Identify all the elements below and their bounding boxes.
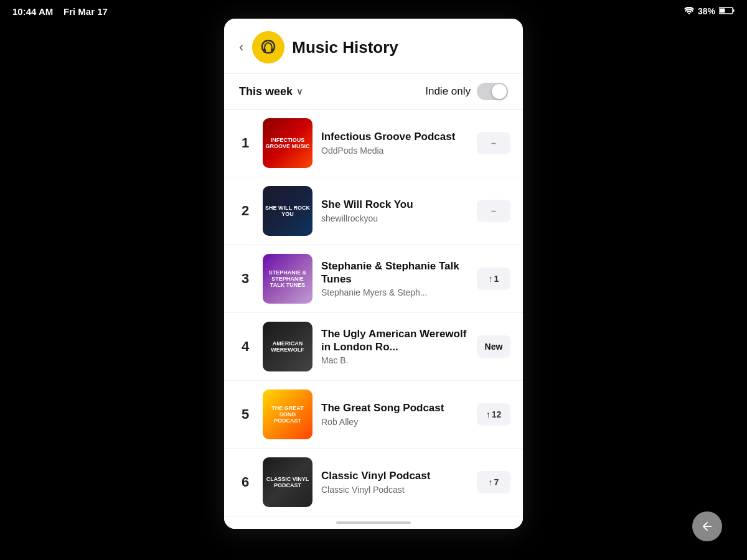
art-text: SHE WILL ROCK YOU [263,186,312,236]
podcast-author: Classic Vinyl Podcast [321,485,471,495]
podcast-name: Classic Vinyl Podcast [321,470,471,482]
podcast-name: She Will Rock You [321,198,471,211]
svg-rect-5 [271,49,273,53]
art-text: CLASSIC VINYL PODCAST [263,457,312,507]
rank-change-new: New [477,335,510,358]
podcast-name: Infectious Groove Podcast [321,131,471,143]
art-text: THE GREAT SONG PODCAST [263,390,312,439]
app-logo [252,31,284,63]
podcast-author: OddPods Media [321,146,471,156]
battery-icon [719,6,735,16]
rank-change: – [477,132,510,154]
list-item[interactable]: 4 AMERICAN WEREWOLF The Ugly American We… [224,313,523,381]
rank-change: – [477,200,510,222]
rank-change: ↑1 [477,268,510,290]
podcast-info: Infectious Groove Podcast OddPods Media [321,131,471,155]
period-selector[interactable]: This week ∨ [239,85,303,98]
list-item[interactable]: 6 CLASSIC VINYL PODCAST Classic Vinyl Po… [224,449,523,516]
podcast-info: Classic Vinyl Podcast Classic Vinyl Podc… [321,470,471,494]
rank-number: 2 [237,203,254,219]
art-text: AMERICAN WEREWOLF [263,322,312,371]
float-action-button[interactable] [692,511,722,541]
svg-rect-2 [733,9,735,12]
period-label: This week [239,85,293,98]
indie-toggle-container: Indie only [425,83,508,100]
page-title: Music History [292,38,398,57]
list-item[interactable]: 5 THE GREAT SONG PODCAST The Great Song … [224,381,523,449]
art-text: INFECTIOUS GROOVE MUSIC [263,118,312,168]
rank-number: 4 [237,338,254,355]
podcast-art: SHE WILL ROCK YOU [263,186,312,236]
podcast-art: THE GREAT SONG PODCAST [263,390,312,439]
list-item[interactable]: 1 INFECTIOUS GROOVE MUSIC Infectious Gro… [224,110,523,177]
status-date: Fri Mar 17 [63,6,108,17]
main-card: ‹ Music History This week ∨ Indie only 1 [224,19,523,529]
rank-change: ↑7 [477,471,510,493]
podcast-author: shewillrockyou [321,213,471,223]
indie-label: Indie only [425,85,471,98]
podcast-author: Mac B. [321,355,471,365]
rank-number: 1 [237,135,254,151]
podcast-art: STEPHANIE & STEPHANIE TALK TUNES [263,254,312,304]
art-text: STEPHANIE & STEPHANIE TALK TUNES [263,254,312,304]
status-time: 10:44 AM [12,6,53,17]
podcast-name: The Great Song Podcast [321,402,471,414]
arrow-up-icon: ↑ [489,274,493,284]
podcast-info: She Will Rock You shewillrockyou [321,198,471,223]
back-button[interactable]: ‹ [239,39,243,55]
podcast-art: AMERICAN WEREWOLF [263,322,312,371]
list-item[interactable]: 2 SHE WILL ROCK YOU She Will Rock You sh… [224,177,523,245]
indie-toggle-switch[interactable] [477,83,508,100]
podcast-name: Stephanie & Stephanie Talk Tunes [321,260,471,286]
status-indicators: 38% [684,6,735,16]
podcast-author: Rob Alley [321,417,471,427]
podcast-name: The Ugly American Werewolf in London Ro.… [321,328,471,353]
podcast-art: INFECTIOUS GROOVE MUSIC [263,118,312,168]
rank-change: ↑12 [477,403,510,426]
card-header: ‹ Music History [224,19,523,74]
podcast-art: CLASSIC VINYL PODCAST [263,457,312,507]
battery-percent: 38% [698,6,715,16]
arrow-up-icon: ↑ [489,477,493,487]
podcast-info: The Ugly American Werewolf in London Ro.… [321,328,471,365]
filter-bar: This week ∨ Indie only [224,74,523,110]
podcast-info: Stephanie & Stephanie Talk Tunes Stephan… [321,260,471,297]
svg-rect-4 [263,49,266,53]
rank-number: 6 [237,474,254,490]
podcast-info: The Great Song Podcast Rob Alley [321,402,471,426]
arrow-up-icon: ↑ [486,409,491,419]
rank-number: 5 [237,406,254,422]
scroll-bar [336,521,411,524]
chevron-down-icon: ∨ [296,86,303,96]
scroll-indicator [224,516,523,529]
list-item[interactable]: 3 STEPHANIE & STEPHANIE TALK TUNES Steph… [224,245,523,313]
rank-number: 3 [237,271,254,287]
wifi-icon [684,6,694,16]
svg-rect-1 [720,9,725,13]
podcast-list: 1 INFECTIOUS GROOVE MUSIC Infectious Gro… [224,110,523,516]
status-time-date: 10:44 AM Fri Mar 17 [12,6,108,17]
podcast-author: Stephanie Myers & Steph... [321,287,471,297]
